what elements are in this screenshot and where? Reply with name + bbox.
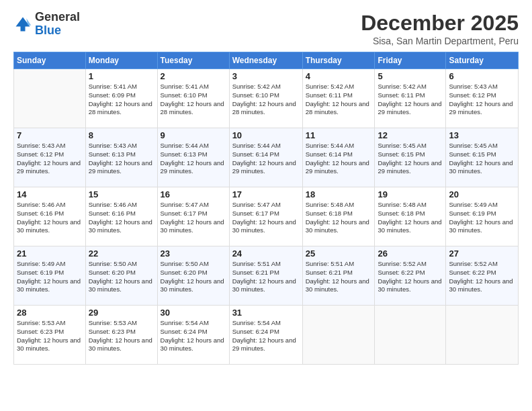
calendar-cell bbox=[14, 69, 86, 128]
cell-daylight: Daylight: 12 hours and 29 minutes. bbox=[232, 159, 296, 175]
cell-info: Sunrise: 5:46 AM Sunset: 6:16 PM Dayligh… bbox=[89, 201, 154, 235]
cell-day-number: 22 bbox=[89, 248, 154, 259]
cell-info: Sunrise: 5:48 AM Sunset: 6:18 PM Dayligh… bbox=[306, 201, 372, 235]
cell-sunrise: Sunrise: 5:53 AM bbox=[17, 319, 65, 326]
cell-info: Sunrise: 5:50 AM Sunset: 6:20 PM Dayligh… bbox=[89, 260, 154, 294]
cell-info: Sunrise: 5:43 AM Sunset: 6:12 PM Dayligh… bbox=[17, 142, 83, 176]
cell-sunrise: Sunrise: 5:49 AM bbox=[449, 201, 497, 208]
calendar-table: Sunday Monday Tuesday Wednesday Thursday… bbox=[13, 52, 519, 365]
cell-daylight: Daylight: 12 hours and 29 minutes. bbox=[378, 100, 441, 116]
calendar-cell: 9 Sunrise: 5:44 AM Sunset: 6:13 PM Dayli… bbox=[157, 128, 229, 187]
cell-info: Sunrise: 5:53 AM Sunset: 6:23 PM Dayligh… bbox=[89, 319, 154, 353]
cell-info: Sunrise: 5:43 AM Sunset: 6:13 PM Dayligh… bbox=[89, 142, 154, 176]
cell-sunrise: Sunrise: 5:48 AM bbox=[306, 201, 354, 208]
cell-day-number: 30 bbox=[161, 308, 226, 318]
cell-daylight: Daylight: 12 hours and 30 minutes. bbox=[17, 336, 81, 353]
cell-sunrise: Sunrise: 5:52 AM bbox=[378, 260, 426, 267]
calendar-cell: 8 Sunrise: 5:43 AM Sunset: 6:13 PM Dayli… bbox=[85, 128, 157, 187]
cell-day-number: 3 bbox=[232, 71, 300, 81]
page: General Blue December 2025 Sisa, San Mar… bbox=[0, 0, 532, 411]
cell-daylight: Daylight: 12 hours and 30 minutes. bbox=[378, 218, 441, 234]
cell-sunrise: Sunrise: 5:42 AM bbox=[232, 83, 281, 90]
cell-daylight: Daylight: 12 hours and 30 minutes. bbox=[232, 277, 296, 293]
cell-daylight: Daylight: 12 hours and 28 minutes. bbox=[306, 100, 369, 116]
cell-info: Sunrise: 5:45 AM Sunset: 6:15 PM Dayligh… bbox=[378, 142, 443, 176]
cell-day-number: 23 bbox=[161, 248, 226, 259]
cell-info: Sunrise: 5:51 AM Sunset: 6:21 PM Dayligh… bbox=[306, 260, 372, 294]
cell-sunrise: Sunrise: 5:54 AM bbox=[161, 319, 209, 326]
cell-info: Sunrise: 5:47 AM Sunset: 6:17 PM Dayligh… bbox=[232, 201, 300, 235]
calendar-cell: 25 Sunrise: 5:51 AM Sunset: 6:21 PM Dayl… bbox=[302, 246, 375, 306]
calendar-cell: 28 Sunrise: 5:53 AM Sunset: 6:23 PM Dayl… bbox=[14, 306, 86, 365]
cell-sunrise: Sunrise: 5:43 AM bbox=[449, 83, 497, 90]
cell-sunrise: Sunrise: 5:42 AM bbox=[378, 83, 426, 90]
calendar-cell: 30 Sunrise: 5:54 AM Sunset: 6:24 PM Dayl… bbox=[157, 306, 229, 365]
cell-day-number: 8 bbox=[89, 130, 154, 140]
cell-day-number: 4 bbox=[306, 71, 372, 81]
cell-sunset: Sunset: 6:13 PM bbox=[89, 150, 136, 158]
cell-sunrise: Sunrise: 5:43 AM bbox=[17, 142, 65, 149]
cell-daylight: Daylight: 12 hours and 29 minutes. bbox=[17, 159, 81, 175]
cell-daylight: Daylight: 12 hours and 29 minutes. bbox=[89, 159, 152, 175]
cell-day-number: 2 bbox=[161, 71, 226, 81]
logo-general: General bbox=[35, 10, 80, 24]
cell-info: Sunrise: 5:44 AM Sunset: 6:14 PM Dayligh… bbox=[232, 142, 300, 176]
cell-sunset: Sunset: 6:22 PM bbox=[378, 269, 425, 276]
cell-day-number: 25 bbox=[306, 248, 372, 259]
cell-sunrise: Sunrise: 5:51 AM bbox=[232, 260, 281, 267]
cell-sunset: Sunset: 6:09 PM bbox=[89, 91, 136, 99]
cell-daylight: Daylight: 12 hours and 29 minutes. bbox=[378, 159, 441, 175]
calendar-week-2: 14 Sunrise: 5:46 AM Sunset: 6:16 PM Dayl… bbox=[14, 187, 519, 246]
cell-info: Sunrise: 5:45 AM Sunset: 6:15 PM Dayligh… bbox=[449, 142, 515, 176]
cell-info: Sunrise: 5:46 AM Sunset: 6:16 PM Dayligh… bbox=[17, 201, 83, 235]
cell-info: Sunrise: 5:41 AM Sunset: 6:09 PM Dayligh… bbox=[89, 83, 154, 117]
header: General Blue December 2025 Sisa, San Mar… bbox=[13, 11, 519, 46]
cell-daylight: Daylight: 12 hours and 30 minutes. bbox=[306, 218, 369, 234]
cell-info: Sunrise: 5:43 AM Sunset: 6:12 PM Dayligh… bbox=[449, 83, 515, 117]
calendar-cell: 11 Sunrise: 5:44 AM Sunset: 6:14 PM Dayl… bbox=[302, 128, 375, 187]
cell-sunrise: Sunrise: 5:42 AM bbox=[306, 83, 354, 90]
cell-sunset: Sunset: 6:23 PM bbox=[17, 328, 64, 335]
title-block: December 2025 Sisa, San Martin Departmen… bbox=[361, 11, 519, 46]
cell-day-number: 27 bbox=[449, 248, 515, 259]
cell-sunrise: Sunrise: 5:46 AM bbox=[17, 201, 65, 208]
calendar-cell: 3 Sunrise: 5:42 AM Sunset: 6:10 PM Dayli… bbox=[229, 69, 302, 128]
cell-daylight: Daylight: 12 hours and 30 minutes. bbox=[161, 277, 224, 293]
cell-day-number: 24 bbox=[232, 248, 300, 259]
cell-sunset: Sunset: 6:14 PM bbox=[232, 150, 279, 158]
cell-sunrise: Sunrise: 5:41 AM bbox=[89, 83, 137, 90]
calendar-cell: 17 Sunrise: 5:47 AM Sunset: 6:17 PM Dayl… bbox=[229, 187, 302, 246]
cell-sunset: Sunset: 6:23 PM bbox=[89, 328, 136, 335]
header-sunday: Sunday bbox=[14, 52, 86, 69]
cell-day-number: 1 bbox=[89, 71, 154, 81]
cell-day-number: 7 bbox=[17, 130, 83, 140]
cell-info: Sunrise: 5:42 AM Sunset: 6:11 PM Dayligh… bbox=[378, 83, 443, 117]
calendar-cell bbox=[446, 306, 519, 365]
calendar-week-1: 7 Sunrise: 5:43 AM Sunset: 6:12 PM Dayli… bbox=[14, 128, 519, 187]
cell-info: Sunrise: 5:42 AM Sunset: 6:11 PM Dayligh… bbox=[306, 83, 372, 117]
cell-daylight: Daylight: 12 hours and 30 minutes. bbox=[89, 218, 152, 234]
cell-sunset: Sunset: 6:19 PM bbox=[449, 210, 496, 217]
calendar-cell: 19 Sunrise: 5:48 AM Sunset: 6:18 PM Dayl… bbox=[375, 187, 446, 246]
calendar-cell: 31 Sunrise: 5:54 AM Sunset: 6:24 PM Dayl… bbox=[229, 306, 302, 365]
cell-sunset: Sunset: 6:15 PM bbox=[449, 150, 496, 158]
calendar-week-3: 21 Sunrise: 5:49 AM Sunset: 6:19 PM Dayl… bbox=[14, 246, 519, 306]
cell-day-number: 19 bbox=[378, 189, 443, 199]
cell-info: Sunrise: 5:49 AM Sunset: 6:19 PM Dayligh… bbox=[17, 260, 83, 294]
cell-sunset: Sunset: 6:20 PM bbox=[89, 269, 136, 276]
cell-sunrise: Sunrise: 5:47 AM bbox=[232, 201, 281, 208]
cell-sunset: Sunset: 6:24 PM bbox=[232, 328, 279, 335]
logo-icon bbox=[13, 15, 32, 34]
cell-daylight: Daylight: 12 hours and 29 minutes. bbox=[449, 100, 513, 116]
cell-info: Sunrise: 5:53 AM Sunset: 6:23 PM Dayligh… bbox=[17, 319, 83, 353]
cell-info: Sunrise: 5:54 AM Sunset: 6:24 PM Dayligh… bbox=[232, 319, 300, 353]
logo: General Blue bbox=[13, 11, 80, 38]
cell-daylight: Daylight: 12 hours and 30 minutes. bbox=[232, 218, 296, 234]
calendar-cell: 14 Sunrise: 5:46 AM Sunset: 6:16 PM Dayl… bbox=[14, 187, 86, 246]
cell-day-number: 11 bbox=[306, 130, 372, 140]
cell-sunset: Sunset: 6:16 PM bbox=[17, 210, 64, 217]
cell-daylight: Daylight: 12 hours and 30 minutes. bbox=[378, 277, 441, 293]
header-monday: Monday bbox=[85, 52, 157, 69]
cell-daylight: Daylight: 12 hours and 30 minutes. bbox=[161, 218, 224, 234]
cell-day-number: 9 bbox=[161, 130, 226, 140]
